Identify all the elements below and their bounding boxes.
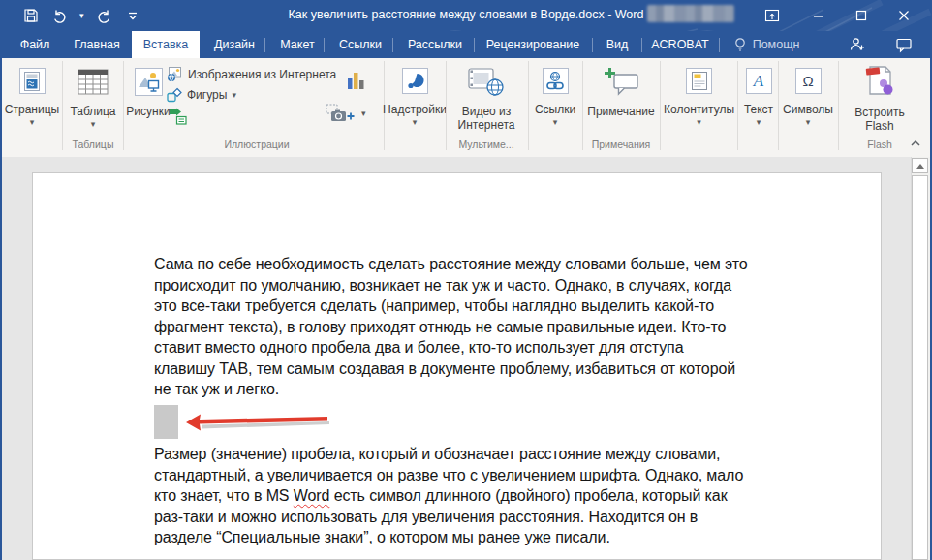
minimize-button[interactable] [804, 0, 833, 31]
symbols-button[interactable]: Ω Символы ▾ [780, 60, 836, 151]
smartart-button[interactable] [169, 108, 187, 125]
save-button[interactable] [21, 6, 41, 25]
header-footer-button-label: Колонтитулы [664, 103, 734, 116]
links-button[interactable]: Ссылки ▾ [530, 60, 580, 151]
maximize-button[interactable] [847, 0, 876, 31]
redo-button[interactable] [94, 6, 113, 25]
text-line: фрагмент текста), в голову приходят отню… [154, 317, 748, 338]
text-line: Размер (значение) пробела, который и обо… [154, 444, 743, 465]
undo-dropdown-caret[interactable]: ▾ [79, 12, 84, 20]
tab-separator [392, 38, 393, 52]
window-border-left [0, 31, 2, 560]
tab-review[interactable]: Рецензирование [479, 31, 587, 58]
shapes-icon [167, 87, 182, 103]
online-pictures-button[interactable]: Изображения из Интернета [167, 66, 336, 82]
screenshot-button[interactable]: ▾ [326, 104, 366, 123]
header-footer-dropdown-caret: ▾ [697, 118, 701, 127]
online-video-button-label: Видео из Интернета [454, 105, 518, 132]
online-video-button[interactable]: Видео из Интернета [448, 60, 525, 151]
pictures-icon-frame [135, 68, 163, 96]
share-button[interactable] [845, 31, 870, 58]
shapes-dropdown-caret: ▾ [232, 91, 236, 100]
ribbon-tab-bar: Файл Главная Вставка Дизайн Макет Ссылки… [0, 31, 932, 58]
collapse-ribbon-button[interactable] [907, 136, 924, 151]
header-footer-button[interactable]: Колонтитулы ▾ [662, 60, 736, 151]
share-person-add-icon [849, 36, 866, 53]
word-window: ▾ Как увеличить расстояние между словами… [0, 0, 932, 560]
text-line: раз-таки и можно использовать для увелич… [154, 507, 743, 528]
pictures-icon [137, 70, 161, 94]
addins-dropdown-caret: ▾ [413, 118, 418, 127]
tab-mailings[interactable]: Рассылки [401, 31, 469, 58]
group-separator [123, 61, 124, 150]
text-segment: кто знает, что в MS [154, 487, 294, 504]
pages-dropdown-caret: ▾ [30, 118, 35, 127]
triangle-up-icon [916, 164, 924, 169]
tab-home[interactable]: Главная [68, 31, 126, 58]
chart-button[interactable] [347, 71, 365, 90]
tab-separator [592, 38, 593, 52]
tab-separator [719, 38, 720, 52]
comments-panel-button[interactable] [891, 31, 916, 58]
tab-assistant[interactable]: Помощн [725, 31, 808, 58]
screenshot-dropdown-caret: ▾ [361, 109, 366, 118]
links-button-label: Ссылки [535, 103, 575, 116]
addins-button[interactable]: Надстройки ▾ [387, 60, 443, 151]
embed-flash-button[interactable]: Встроить Flash [845, 60, 915, 151]
tab-separator [324, 38, 325, 52]
tab-assistant-label: Помощн [753, 31, 800, 58]
links-icon-frame [543, 68, 569, 94]
ribbon-insert-tab-content: Страницы ▾ Таблица ▾ Таблицы [0, 58, 932, 158]
new-comment-icon [603, 67, 639, 98]
group-label-illustrations: Иллюстрации [165, 139, 349, 150]
tab-insert[interactable]: Вставка [132, 31, 200, 58]
online-pictures-label: Изображения из Интернета [188, 68, 336, 81]
annotation-arrow [184, 412, 331, 433]
embed-flash-icon-box [864, 64, 895, 97]
tab-design[interactable]: Дизайн [205, 31, 264, 58]
omega-symbol-icon: Ω [802, 74, 813, 88]
screenshot-icon [326, 104, 357, 123]
close-button[interactable] [889, 0, 918, 31]
group-separator [660, 61, 661, 150]
tab-view[interactable]: Вид [596, 31, 638, 58]
addins-icon-frame [402, 68, 428, 94]
symbols-dropdown-caret: ▾ [806, 118, 811, 127]
group-separator [446, 61, 447, 150]
document-page[interactable]: Сама по себе необходимость сделать расст… [32, 172, 882, 560]
text-line: стандартный, а увеличивается он разве чт… [154, 465, 743, 486]
table-icon-box [78, 68, 109, 96]
text-button[interactable]: A Текст ▾ [738, 60, 779, 151]
pages-button[interactable]: Страницы ▾ [5, 60, 59, 151]
pictures-button[interactable]: Рисунки [126, 60, 171, 151]
document-area: Сама по себе необходимость сделать расст… [0, 157, 932, 560]
maximize-icon [854, 9, 868, 22]
quick-access-toolbar: ▾ [21, 6, 142, 25]
customize-quick-access-icon [127, 10, 139, 21]
undo-button[interactable] [50, 6, 70, 25]
comment-button[interactable]: Примечание [584, 60, 658, 151]
scrollbar-up-button[interactable] [912, 158, 928, 173]
chart-icon [347, 71, 365, 90]
tab-references[interactable]: Ссылки [330, 31, 390, 58]
pages-icon-frame [19, 68, 46, 94]
shapes-button[interactable]: Фигуры ▾ [167, 87, 236, 103]
vertical-scrollbar-thumb[interactable] [912, 175, 928, 560]
tab-file[interactable]: Файл [10, 31, 60, 58]
customize-quick-access-button[interactable] [123, 6, 142, 25]
comment-button-label: Примечание [587, 105, 654, 118]
table-icon [78, 69, 109, 95]
table-button[interactable]: Таблица ▾ [66, 60, 120, 151]
text-line: происходит по умолчанию, возникает не та… [154, 275, 748, 296]
shapes-label: Фигуры [187, 88, 227, 102]
tab-acrobat[interactable]: ACROBAT [647, 31, 713, 58]
lightbulb-icon [733, 37, 747, 52]
misspelled-word: Word [294, 487, 330, 504]
ribbon-display-options-button[interactable] [758, 0, 787, 31]
online-video-icon-box [468, 68, 505, 96]
group-label-media: Мультиме... [448, 139, 525, 150]
comment-icon-box [603, 68, 639, 96]
addins-store-icon [405, 71, 425, 91]
tab-layout[interactable]: Макет [273, 31, 322, 58]
text-button-label: Текст [744, 103, 773, 116]
